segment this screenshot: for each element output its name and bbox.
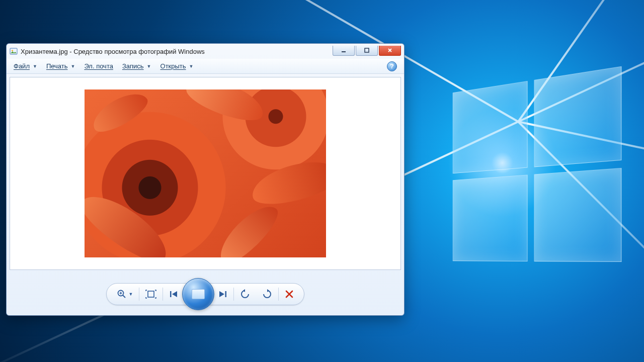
menu-file[interactable]: Файл▼ bbox=[14, 62, 37, 70]
svg-rect-8 bbox=[148, 291, 154, 297]
chevron-down-icon: ▼ bbox=[33, 64, 37, 69]
previous-icon bbox=[169, 290, 179, 298]
window-controls bbox=[333, 46, 401, 56]
menu-burn[interactable]: Запись▼ bbox=[122, 62, 151, 70]
menu-burn-label: Запись bbox=[122, 62, 144, 70]
menu-file-label: Файл bbox=[14, 62, 30, 70]
window-title: Хризантема.jpg - Средство просмотра фото… bbox=[21, 48, 330, 55]
svg-rect-10 bbox=[225, 291, 227, 297]
rotate-cw-icon bbox=[262, 289, 272, 299]
svg-rect-0 bbox=[10, 48, 17, 54]
menu-email-label: Эл. почта bbox=[84, 62, 113, 70]
windows-logo-pane bbox=[453, 81, 528, 173]
menu-email[interactable]: Эл. почта bbox=[84, 62, 113, 70]
displayed-image bbox=[85, 89, 326, 257]
windows-logo-pane bbox=[453, 174, 528, 261]
chevron-down-icon: ▼ bbox=[129, 292, 133, 297]
chevron-down-icon: ▼ bbox=[189, 64, 194, 69]
chevron-down-icon: ▼ bbox=[147, 64, 151, 69]
svg-rect-3 bbox=[365, 48, 369, 52]
photo-viewer-app-icon bbox=[10, 47, 18, 55]
svg-rect-9 bbox=[170, 291, 172, 297]
menu-open[interactable]: Открыть▼ bbox=[160, 62, 194, 70]
rotate-ccw-button[interactable] bbox=[234, 284, 256, 305]
chevron-down-icon: ▼ bbox=[70, 64, 75, 69]
svg-point-1 bbox=[12, 50, 13, 51]
light-beam bbox=[518, 0, 644, 123]
slideshow-icon bbox=[192, 289, 205, 299]
fit-icon bbox=[145, 290, 156, 299]
delete-button[interactable] bbox=[279, 284, 300, 305]
rotate-cw-button[interactable] bbox=[256, 284, 278, 305]
control-bar: ▼ bbox=[7, 273, 404, 315]
titlebar[interactable]: Хризантема.jpg - Средство просмотра фото… bbox=[7, 44, 404, 59]
light-beam bbox=[517, 0, 644, 122]
next-button[interactable] bbox=[211, 284, 233, 305]
windows-logo-pane bbox=[534, 66, 622, 167]
magnifier-plus-icon bbox=[117, 289, 127, 299]
svg-line-5 bbox=[123, 295, 125, 298]
help-icon: ? bbox=[390, 62, 394, 70]
zoom-button[interactable]: ▼ bbox=[111, 284, 139, 305]
help-button[interactable]: ? bbox=[387, 61, 397, 71]
maximize-button[interactable] bbox=[356, 46, 378, 56]
windows-logo bbox=[453, 66, 622, 262]
close-button[interactable] bbox=[379, 46, 401, 56]
svg-rect-2 bbox=[342, 51, 346, 52]
menu-open-label: Открыть bbox=[160, 62, 186, 70]
photo-viewer-window: Хризантема.jpg - Средство просмотра фото… bbox=[6, 43, 405, 316]
image-viewport[interactable] bbox=[10, 77, 401, 270]
fit-to-window-button[interactable] bbox=[139, 284, 163, 305]
windows-logo-pane bbox=[534, 168, 622, 262]
light-beam bbox=[518, 121, 644, 186]
menu-print-label: Печать bbox=[46, 62, 68, 70]
next-icon bbox=[217, 290, 227, 298]
light-beam bbox=[518, 121, 644, 336]
delete-icon bbox=[285, 290, 294, 299]
minimize-icon bbox=[341, 47, 347, 53]
menubar: Файл▼ Печать▼ Эл. почта Запись▼ Открыть▼… bbox=[7, 59, 404, 74]
maximize-icon bbox=[364, 47, 370, 53]
control-pill: ▼ bbox=[106, 283, 305, 305]
close-icon bbox=[387, 47, 393, 53]
slideshow-button[interactable] bbox=[182, 278, 214, 310]
rotate-ccw-icon bbox=[240, 289, 250, 299]
minimize-button[interactable] bbox=[333, 46, 355, 56]
menu-print[interactable]: Печать▼ bbox=[46, 62, 75, 70]
